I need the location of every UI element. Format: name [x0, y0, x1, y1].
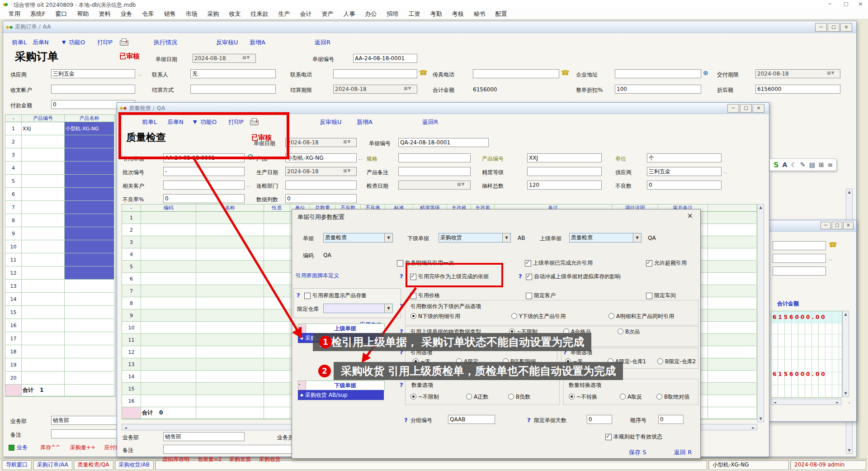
menu-item[interactable]: 工资: [403, 10, 425, 18]
qa-precision-field[interactable]: [527, 167, 602, 176]
product-name-cell[interactable]: [65, 201, 114, 214]
product-code-cell[interactable]: [22, 332, 65, 345]
radio-qty-any[interactable]: ~不限制: [410, 393, 439, 401]
product-name-cell[interactable]: 小型机-XG-NG: [65, 122, 114, 135]
po-next-button[interactable]: 后单N: [33, 38, 49, 47]
minimize-button[interactable]: ─: [821, 222, 831, 229]
ime-logo-icon[interactable]: S: [774, 161, 779, 169]
menu-item[interactable]: 仓库: [137, 10, 159, 18]
menu-item[interactable]: 秘书: [468, 10, 490, 18]
product-name-cell[interactable]: [65, 188, 114, 201]
po-exec-button[interactable]: 执行情况: [154, 38, 177, 47]
calendar-icon[interactable]: ▦▼: [827, 71, 855, 75]
radio-conv-none[interactable]: ~不转换: [569, 393, 597, 401]
table-row[interactable]: 6: [5, 188, 115, 201]
pen-icon[interactable]: ✎: [800, 161, 806, 168]
po-back-button[interactable]: 返回R: [315, 38, 330, 47]
po-link-purchase-qty[interactable]: 采购量++: [70, 444, 95, 452]
cb-show-stock[interactable]: 引用界面显示产品存量: [304, 292, 367, 300]
close-icon[interactable]: ×: [687, 212, 693, 220]
product-name-cell[interactable]: [65, 358, 114, 371]
po-note-field[interactable]: [51, 429, 117, 438]
lookup-dots[interactable]: ..: [138, 71, 142, 77]
scroll-left-icon[interactable]: ◄: [123, 426, 128, 430]
product-code-cell[interactable]: [22, 358, 65, 371]
table-row[interactable]: 4: [5, 162, 115, 175]
table-row[interactable]: 12: [5, 266, 115, 280]
po-func-button[interactable]: 功能O: [69, 38, 85, 47]
minimize-button[interactable]: ─: [828, 1, 831, 7]
grid-icon[interactable]: ⊞: [819, 161, 824, 168]
qa-supplier-field[interactable]: 三利五金: [647, 167, 722, 176]
dlg-group-no-field[interactable]: QAAB: [448, 415, 495, 424]
lookup-dots[interactable]: ..: [359, 155, 363, 161]
po-add-button[interactable]: 新增A: [250, 38, 265, 47]
scroll-left-icon[interactable]: ◄: [772, 400, 778, 404]
qa-batch-field[interactable]: -: [163, 167, 245, 176]
table-row[interactable]: 15: [5, 306, 115, 319]
qa-defect-count-field[interactable]: 0: [647, 181, 722, 190]
product-code-cell[interactable]: [22, 188, 65, 201]
po-discounted-field[interactable]: 6156000: [755, 85, 840, 94]
help-icon[interactable]: ?: [527, 417, 531, 423]
lookup-dots[interactable]: ..: [247, 182, 251, 188]
ime-mode-icon[interactable]: A: [783, 161, 788, 168]
dlg-seq-no-field[interactable]: 0: [658, 415, 684, 424]
calendar-icon[interactable]: ▦▼: [242, 55, 855, 60]
product-code-cell[interactable]: XXJ: [22, 122, 65, 135]
chevron-down-icon[interactable]: ▼: [502, 233, 510, 242]
menu-item[interactable]: 常用: [4, 10, 25, 18]
product-code-cell[interactable]: [22, 162, 65, 175]
qa-data-cols-field[interactable]: 0: [285, 194, 357, 203]
product-name-cell[interactable]: [65, 266, 114, 280]
table-row[interactable]: 14: [5, 293, 115, 306]
help-icon[interactable]: ?: [404, 417, 408, 423]
qa-doc-no-field[interactable]: QA-24-08-18-0001: [398, 138, 489, 147]
moon-icon[interactable]: ☾: [791, 161, 797, 168]
radio-conv-abs[interactable]: B取绝对值: [656, 393, 689, 401]
scroll-right-icon[interactable]: ›: [849, 400, 850, 405]
product-name-cell[interactable]: [65, 148, 114, 162]
po-address-field[interactable]: [615, 69, 701, 78]
qa-link-purchase-invoice[interactable]: 采购发票: [229, 456, 251, 463]
menu-item[interactable]: 办公: [360, 10, 382, 18]
qa-vertical-scrollbar[interactable]: ▲ ▼: [757, 204, 764, 422]
maximize-button[interactable]: □: [828, 23, 840, 32]
lookup-dots[interactable]: ..: [829, 256, 833, 262]
menu-item[interactable]: 采购: [202, 10, 224, 18]
po-account-field[interactable]: [51, 85, 135, 94]
qa-link-purchase-receipt[interactable]: 采购收货: [259, 456, 281, 463]
qa-sample-total-field[interactable]: 120: [527, 181, 602, 190]
product-code-cell[interactable]: [22, 371, 65, 385]
minimize-button[interactable]: ─: [727, 104, 739, 113]
qa-unit-field[interactable]: 个: [647, 153, 722, 162]
close-button[interactable]: ×: [843, 222, 854, 229]
minimize-button[interactable]: ─: [815, 23, 827, 32]
po-link-stock[interactable]: 库存^^: [40, 444, 60, 452]
ab-field[interactable]: [773, 241, 826, 250]
table-row[interactable]: 11: [5, 253, 115, 266]
lower-panel-item[interactable]: ◆ 采购收货 AB/sup: [298, 390, 384, 400]
close-button[interactable]: ×: [858, 0, 863, 7]
menu-item[interactable]: 人事: [338, 10, 360, 18]
product-code-cell[interactable]: [22, 227, 65, 240]
radio-material-defect[interactable]: B次品: [618, 328, 640, 336]
scroll-up-icon[interactable]: ▲: [758, 205, 764, 209]
product-name-cell[interactable]: [65, 332, 114, 345]
ab-field[interactable]: [773, 254, 826, 263]
maximize-button[interactable]: □: [740, 104, 752, 113]
taskbar-po-tab[interactable]: 采购订单/AA: [33, 460, 72, 470]
scroll-up-icon[interactable]: ▲: [843, 312, 849, 316]
qa-spec-field[interactable]: [398, 153, 471, 162]
dlg-upper-combo[interactable]: 质量检查 ▼: [569, 233, 642, 243]
product-code-cell[interactable]: [22, 319, 65, 332]
product-code-cell[interactable]: [22, 266, 65, 280]
menu-item[interactable]: 往来款: [245, 10, 273, 18]
scroll-up-icon[interactable]: ▲: [846, 190, 852, 194]
qa-product-field[interactable]: 小型机-XG-NG: [285, 153, 357, 162]
product-code-cell[interactable]: [22, 148, 65, 162]
product-code-cell[interactable]: [22, 240, 65, 253]
menu-item[interactable]: 市场: [180, 10, 202, 18]
menu-icon[interactable]: ≡: [828, 161, 833, 168]
help-icon[interactable]: ?: [400, 273, 403, 280]
